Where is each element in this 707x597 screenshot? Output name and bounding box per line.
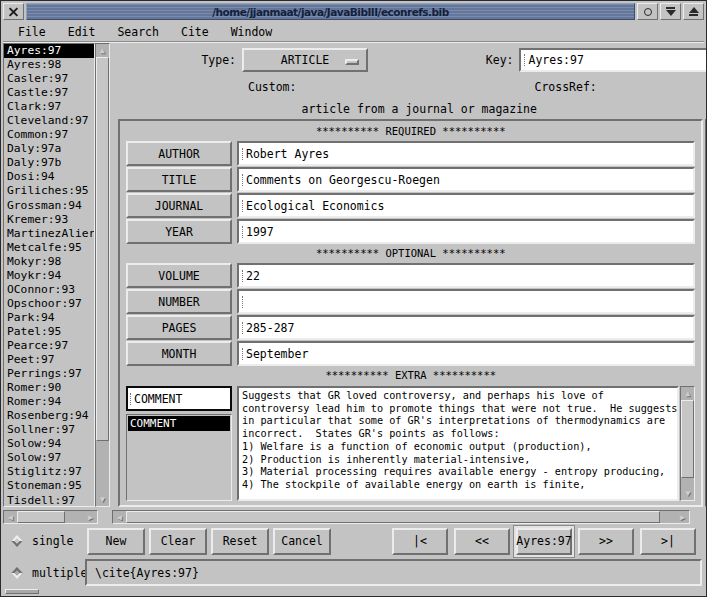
lower-button[interactable] [660,3,681,20]
close-button[interactable] [3,3,24,20]
reference-list-hscrollbar[interactable]: ◀ ▶ [3,510,98,524]
scrollbar-trough[interactable] [17,511,84,523]
sidebar-item-common-97[interactable]: Common:97 [4,128,94,142]
clear-button[interactable]: Clear [149,528,207,555]
menu-edit[interactable]: Edit [57,23,107,41]
scroll-left-icon[interactable]: ◀ [4,511,17,523]
extra-field-list[interactable]: COMMENT [126,414,232,501]
sidebar-item-clark-97[interactable]: Clark:97 [4,100,94,114]
sidebar-item-opschoor-97[interactable]: Opschoor:97 [4,297,94,311]
field-label-year[interactable]: YEAR [126,219,232,244]
sidebar-item-rosenberg-94[interactable]: Rosenberg:94 [4,409,94,423]
scrollbar-thumb[interactable] [681,400,694,478]
scrollbar-thumb[interactable] [96,57,109,441]
field-input-pages[interactable]: 285-287 [237,315,695,340]
field-input-number[interactable] [237,289,695,314]
scroll-down-icon[interactable]: ▼ [96,493,109,506]
menu-window[interactable]: Window [220,23,284,41]
scroll-up-icon[interactable]: ▲ [681,387,694,400]
sidebar-item-romer-94[interactable]: Romer:94 [4,395,94,409]
menu-search[interactable]: Search [106,23,170,41]
field-input-author[interactable]: Robert Ayres [237,141,695,166]
field-label-title[interactable]: TITLE [126,167,232,192]
field-input-journal[interactable]: Ecological Economics [237,193,695,218]
sidebar-item-pearce-97[interactable]: Pearce:97 [4,339,94,353]
sidebar-item-patel-95[interactable]: Patel:95 [4,325,94,339]
scroll-right-icon[interactable]: ▶ [676,511,689,523]
field-input-volume[interactable]: 22 [237,263,695,288]
scroll-right-icon[interactable]: ▶ [84,511,97,523]
window-bottom-edge [3,588,704,594]
cite-output[interactable]: \cite{Ayres:97} [85,559,702,586]
field-label-pages[interactable]: PAGES [126,315,232,340]
form-hscrollbar[interactable]: ◀ ▶ [112,510,690,524]
field-label-number[interactable]: NUMBER [126,289,232,314]
sidebar-item-cleveland-97[interactable]: Cleveland:97 [4,114,94,128]
scrollbar-trough[interactable] [96,57,109,493]
sidebar-item-grossman-94[interactable]: Grossman:94 [4,199,94,213]
field-input-title[interactable]: Comments on Georgescu-Roegen [237,167,695,192]
scroll-down-icon[interactable]: ▼ [681,487,694,500]
field-label-author[interactable]: AUTHOR [126,141,232,166]
iconify-button[interactable] [637,3,658,20]
comment-textarea[interactable]: Suggests that GR loved controversy, and … [237,386,679,501]
field-input-month[interactable]: September [237,341,695,366]
menu-file[interactable]: File [7,23,57,41]
scrollbar-trough[interactable] [126,511,676,523]
scroll-up-icon[interactable]: ▲ [96,44,109,57]
sidebar-item-solow-94[interactable]: Solow:94 [4,437,94,451]
scroll-left-icon[interactable]: ◀ [113,511,126,523]
sidebar-item-park-94[interactable]: Park:94 [4,311,94,325]
reference-list-scrollbar[interactable]: ▲ ▼ [95,43,110,507]
reset-button[interactable]: Reset [211,528,269,555]
mode-single-radio[interactable]: single [3,534,85,548]
sidebar-item-ayres-98[interactable]: Ayres:98 [4,58,94,72]
field-label-month[interactable]: MONTH [126,341,232,366]
raise-button[interactable] [683,3,704,20]
sidebar-item-griliches-95[interactable]: Griliches:95 [4,184,94,198]
sidebar-item-moykr-94[interactable]: Moykr:94 [4,269,94,283]
sidebar-item-dosi-94[interactable]: Dosi:94 [4,170,94,184]
sidebar-item-ayres-97[interactable]: Ayres:97 [4,44,94,58]
new-button[interactable]: New [87,528,145,555]
scrollbar-thumb[interactable] [17,511,65,523]
sidebar-item-tisdell-97[interactable]: Tisdell:97 [4,494,94,508]
field-input-year[interactable]: 1997 [237,219,695,244]
mode-multiple-radio[interactable]: multiple [3,566,85,580]
scrollbar-trough[interactable] [681,400,694,487]
nav-prev-button[interactable]: << [454,528,510,555]
sidebar-item-mokyr-98[interactable]: Mokyr:98 [4,255,94,269]
sidebar-item-daly-97a[interactable]: Daly:97a [4,142,94,156]
sidebar-item-kremer-93[interactable]: Kremer:93 [4,213,94,227]
sidebar-item-peet-97[interactable]: Peet:97 [4,353,94,367]
scrollbar-thumb[interactable] [126,511,660,523]
extra-field-name-input[interactable]: COMMENT [126,386,232,411]
sidebar-item-stoneman-95[interactable]: Stoneman:95 [4,479,94,493]
nav-first-button[interactable]: |< [392,528,448,555]
sidebar-item-castle-97[interactable]: Castle:97 [4,86,94,100]
cancel-button[interactable]: Cancel [273,528,331,555]
reference-list[interactable]: Ayres:97Ayres:98Casler:97Castle:97Clark:… [3,43,95,507]
comment-scrollbar[interactable]: ▲ ▼ [680,386,695,501]
sidebar-item-solow-97[interactable]: Solow:97 [4,451,94,465]
nav-current-key[interactable]: Ayres:97 [516,528,572,555]
sidebar-item-perrings-97[interactable]: Perrings:97 [4,367,94,381]
sidebar-item-romer-90[interactable]: Romer:90 [4,381,94,395]
sidebar-item-oconnor-93[interactable]: OConnor:93 [4,283,94,297]
field-label-volume[interactable]: VOLUME [126,263,232,288]
nav-last-button[interactable]: >| [640,528,696,555]
key-input[interactable]: Ayres:97 [519,48,707,72]
menu-cite[interactable]: Cite [170,23,220,41]
extra-field-item-comment[interactable]: COMMENT [128,416,230,431]
sidebar-item-casler-97[interactable]: Casler:97 [4,72,94,86]
sidebar-item-martinezalier-9[interactable]: MartinezAlier:9 [4,227,94,241]
sidebar-item-daly-97b[interactable]: Daly:97b [4,156,94,170]
sidebar-item-sollner-97[interactable]: Sollner:97 [4,423,94,437]
sidebar-item-stiglitz-97[interactable]: Stiglitz:97 [4,465,94,479]
resize-grip[interactable] [5,589,39,594]
nav-next-button[interactable]: >> [578,528,634,555]
field-row-title: TITLEComments on Georgescu-Roegen [126,167,695,192]
field-label-journal[interactable]: JOURNAL [126,193,232,218]
type-dropdown[interactable]: ARTICLE [242,48,368,72]
sidebar-item-metcalfe-95[interactable]: Metcalfe:95 [4,241,94,255]
